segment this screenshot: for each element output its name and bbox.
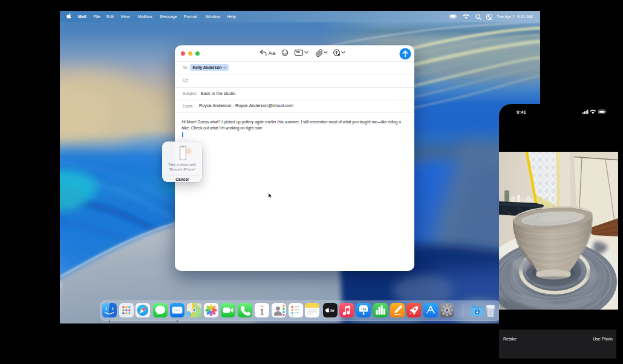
svg-text:Aa: Aa — [268, 50, 276, 56]
svg-text:tv: tv — [330, 308, 335, 313]
svg-text:1: 1 — [259, 308, 264, 316]
